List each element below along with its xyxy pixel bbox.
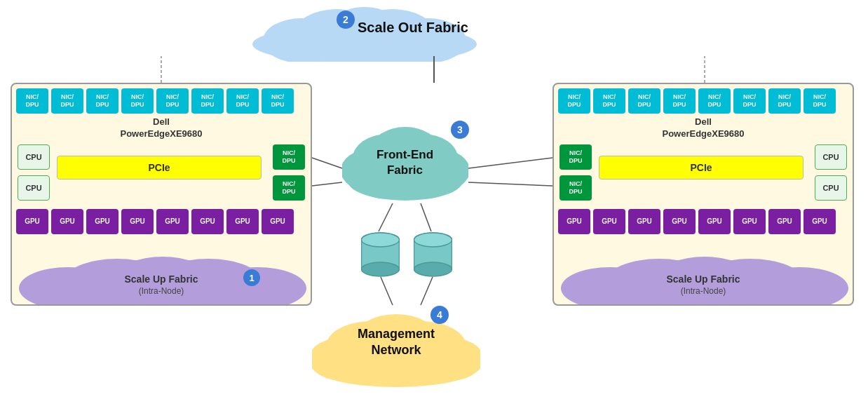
list-item: GPU [121, 209, 154, 234]
management-badge: 4 [430, 306, 449, 324]
list-item: NIC/DPU [86, 88, 118, 114]
front-end-label: Front-EndFabric [347, 147, 463, 178]
left-pcie-bar: PCIe [57, 156, 262, 180]
left-nic-row: NIC/DPU NIC/DPU NIC/DPU NIC/DPU NIC/DPU … [12, 84, 311, 114]
list-item: GPU [191, 209, 224, 234]
list-item: NIC/DPU [121, 88, 154, 114]
svg-point-31 [414, 233, 452, 247]
scale-out-label: Scale Out Fabric [358, 20, 468, 36]
list-item: GPU [628, 209, 660, 234]
right-cpu-bottom: CPU [815, 175, 847, 201]
cylinder-left [361, 231, 400, 277]
list-item: NIC/DPU [156, 88, 189, 114]
right-cpu-top: CPU [815, 144, 847, 170]
list-item: NIC/DPU [16, 88, 48, 114]
list-item: NIC/DPU [226, 88, 259, 114]
list-item: NIC/DPU [733, 88, 766, 114]
svg-line-43 [468, 158, 552, 168]
list-item: NIC/DPU [51, 88, 83, 114]
cylinder-right [414, 231, 452, 277]
left-node-box: NIC/DPU NIC/DPU NIC/DPU NIC/DPU NIC/DPU … [11, 83, 312, 306]
list-item: NIC/DPU [698, 88, 731, 114]
list-item: NIC/DPU [628, 88, 660, 114]
svg-line-44 [468, 182, 552, 186]
left-side-nic-bottom: NIC/DPU [273, 175, 305, 201]
list-item: GPU [51, 209, 83, 234]
list-item: GPU [262, 209, 294, 234]
list-item: GPU [16, 209, 48, 234]
list-item: GPU [733, 209, 766, 234]
right-scale-up-label: Scale Up Fabric [554, 273, 853, 285]
right-side-nic-top: NIC/DPU [560, 144, 592, 170]
svg-point-27 [362, 233, 400, 247]
list-item: NIC/DPU [768, 88, 801, 114]
list-item: NIC/DPU [558, 88, 590, 114]
list-item: NIC/DPU [262, 88, 294, 114]
svg-line-45 [379, 203, 393, 231]
management-label: ManagementNetwork [317, 326, 475, 359]
list-item: GPU [768, 209, 801, 234]
right-scale-up-sub: (Intra-Node) [554, 286, 853, 296]
list-item: GPU [663, 209, 696, 234]
svg-point-30 [414, 262, 452, 276]
list-item: NIC/DPU [663, 88, 696, 114]
left-cpu-bottom: CPU [18, 175, 50, 201]
svg-line-46 [421, 203, 431, 231]
left-scale-up-sub: (Intra-Node) [12, 286, 311, 296]
left-gpu-row: GPU GPU GPU GPU GPU GPU GPU GPU [12, 209, 311, 234]
list-item: GPU [803, 209, 836, 234]
right-side-nic-bottom: NIC/DPU [560, 175, 592, 201]
right-node-box: NIC/DPU NIC/DPU NIC/DPU NIC/DPU NIC/DPU … [552, 83, 854, 306]
svg-point-26 [362, 262, 400, 276]
list-item: GPU [698, 209, 731, 234]
list-item: GPU [156, 209, 189, 234]
svg-line-41 [312, 158, 342, 168]
list-item: NIC/DPU [191, 88, 224, 114]
list-item: NIC/DPU [803, 88, 836, 114]
list-item: GPU [226, 209, 259, 234]
list-item: NIC/DPU [593, 88, 625, 114]
svg-line-42 [312, 182, 342, 186]
right-nic-row: NIC/DPU NIC/DPU NIC/DPU NIC/DPU NIC/DPU … [554, 84, 853, 114]
list-item: GPU [593, 209, 625, 234]
list-item: GPU [558, 209, 590, 234]
svg-line-48 [421, 277, 433, 305]
left-dell-label: DellPowerEdgeXE9680 [12, 116, 311, 140]
left-scale-up-badge: 1 [243, 269, 260, 286]
right-gpu-row: GPU GPU GPU GPU GPU GPU GPU GPU [554, 209, 853, 234]
left-side-nic-top: NIC/DPU [273, 144, 305, 170]
left-scale-up-label: Scale Up Fabric [12, 273, 311, 285]
right-dell-label: DellPowerEdgeXE9680 [554, 116, 853, 140]
svg-line-47 [381, 277, 393, 305]
left-cpu-top: CPU [18, 144, 50, 170]
right-pcie-bar: PCIe [599, 156, 803, 180]
list-item: GPU [86, 209, 118, 234]
scale-out-badge: 2 [337, 11, 355, 29]
front-end-badge: 3 [451, 121, 469, 139]
